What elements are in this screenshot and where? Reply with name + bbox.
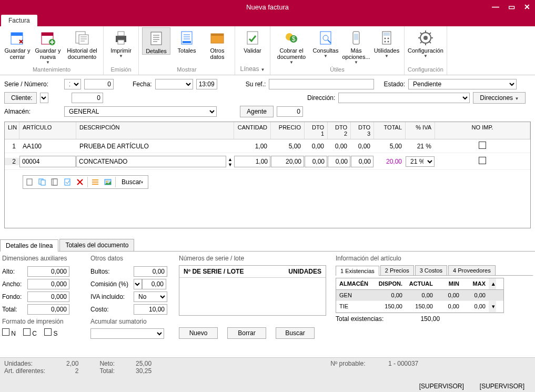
col-iva[interactable]: % IVA	[406, 122, 435, 139]
numero-input[interactable]	[84, 79, 114, 89]
agente-button[interactable]: Agente	[240, 106, 274, 117]
fondo-input[interactable]	[27, 292, 69, 302]
estado-select[interactable]: Pendiente	[408, 79, 517, 89]
scroll-down-icon[interactable]: ▾	[489, 301, 496, 312]
suref-input[interactable]	[269, 79, 374, 89]
tab-totales-doc[interactable]: Totales del documento	[59, 239, 134, 251]
desc-input[interactable]	[76, 156, 226, 167]
tab-precios[interactable]: 2 Precios	[380, 265, 414, 275]
col-desc[interactable]: DESCRIPCIÓN	[76, 122, 234, 139]
scroll-up-icon[interactable]: ▴	[489, 278, 496, 289]
dto2-input[interactable]	[328, 156, 350, 167]
bultos-input[interactable]	[134, 266, 167, 277]
svg-rect-24	[383, 33, 390, 36]
tab-factura[interactable]: Factura	[1, 15, 37, 26]
fecha-select[interactable]	[155, 79, 193, 89]
nuevo-button[interactable]: Nuevo	[179, 327, 218, 339]
serie-select[interactable]: 1	[64, 79, 81, 89]
duplicate-icon[interactable]	[49, 176, 60, 188]
costo-input[interactable]	[134, 304, 167, 315]
direccion-select[interactable]	[338, 93, 470, 103]
consultas-button[interactable]: Consultas ▼	[311, 27, 340, 58]
art-input[interactable]	[19, 156, 76, 167]
utilidades-button[interactable]: Utilidades ▼	[372, 27, 401, 58]
detalles-button[interactable]: Detalles	[142, 27, 170, 55]
iva-select[interactable]: 21 %	[406, 156, 435, 167]
cant-input[interactable]	[234, 156, 270, 167]
phone-icon	[348, 29, 365, 46]
n-checkbox[interactable]	[2, 328, 9, 336]
tab-detalles-linea[interactable]: Detalles de línea	[0, 239, 58, 252]
iva-incluido-select[interactable]: No	[134, 292, 167, 302]
guardar-nueva-button[interactable]: Guardar y nueva ▼	[34, 27, 62, 65]
table-row[interactable]: 2 ▲▼ 20,00 21 %	[5, 153, 530, 170]
col-lin[interactable]: LIN	[5, 122, 19, 139]
s-checkbox[interactable]	[44, 328, 52, 336]
col-noimp[interactable]: NO IMP.	[435, 122, 530, 139]
printer-icon	[113, 29, 129, 46]
agente-input[interactable]	[277, 106, 303, 117]
dto1-input[interactable]	[305, 156, 327, 167]
svg-point-25	[385, 38, 386, 39]
acumular-select[interactable]	[90, 328, 164, 339]
borrar-button[interactable]: Borrar	[227, 327, 266, 339]
chevron-down-icon: ▼	[324, 54, 328, 58]
maximize-button[interactable]: ▭	[503, 0, 519, 14]
delete-icon[interactable]	[74, 176, 86, 188]
list-icon[interactable]	[89, 176, 101, 188]
ribbon: Guardar y cerrar Guardar y nueva ▼ Histo…	[0, 26, 535, 75]
copy-icon[interactable]	[36, 176, 48, 188]
chevron-down-icon: ▼	[119, 54, 123, 58]
hora-input[interactable]	[196, 79, 217, 89]
comision-dd[interactable]	[134, 279, 142, 289]
tab-costos[interactable]: 3 Costos	[415, 265, 447, 275]
stock-row[interactable]: TIE 150,00 150,00 0,00 0,00 ▾	[336, 301, 503, 313]
col-dto2[interactable]: DTO 2	[328, 122, 351, 139]
new-line-icon[interactable]	[24, 176, 35, 188]
totales-button[interactable]: Totales	[173, 27, 201, 54]
svg-point-26	[388, 38, 389, 39]
svg-text:$: $	[292, 35, 296, 43]
alto-input[interactable]	[27, 266, 69, 277]
table-row[interactable]: 1 AA100 PRUEBA DE ARTÍCULO 1,00 5,00 0,0…	[5, 139, 530, 153]
cobrar-button[interactable]: $ Cobrar el documento ▼	[274, 27, 309, 65]
buscar-serial-button[interactable]: Buscar	[276, 327, 315, 339]
almacen-select[interactable]: GENERAL	[64, 106, 217, 117]
minimize-button[interactable]: ―	[488, 0, 503, 14]
col-dto3[interactable]: DTO 3	[351, 122, 374, 139]
cliente-button[interactable]: Cliente:	[4, 92, 37, 104]
col-total[interactable]: TOTAL	[374, 122, 406, 139]
buscar-button[interactable]: Buscar ▾	[117, 176, 147, 188]
cliente-dropdown[interactable]	[40, 93, 48, 103]
dto3-input[interactable]	[351, 156, 374, 167]
image-icon[interactable]	[102, 176, 114, 188]
c-checkbox[interactable]	[23, 328, 31, 336]
precio-input[interactable]	[271, 156, 304, 167]
dim-total-input[interactable]	[27, 304, 69, 315]
col-art[interactable]: ARTÍCULO	[19, 122, 76, 139]
status-user-1: [SUPERVISOR]	[419, 383, 464, 390]
noimp-checkbox[interactable]	[479, 157, 486, 164]
tab-existencias[interactable]: 1 Existencias	[336, 266, 379, 276]
noimp-checkbox[interactable]	[479, 142, 486, 149]
guardar-cerrar-button[interactable]: Guardar y cerrar	[3, 27, 32, 60]
ancho-input[interactable]	[27, 279, 69, 289]
tab-proveedores[interactable]: 4 Proveedores	[448, 265, 496, 275]
cliente-input[interactable]	[72, 93, 103, 103]
mas-opciones-button[interactable]: Más opciones... ▼	[342, 27, 370, 65]
col-precio[interactable]: PRECIO	[271, 122, 305, 139]
direcciones-button[interactable]: Direcciones ▼	[473, 92, 526, 104]
col-cant[interactable]: CANTIDAD	[234, 122, 271, 139]
col-dto1[interactable]: DTO 1	[305, 122, 328, 139]
imprimir-button[interactable]: Imprimir ▼	[107, 27, 135, 58]
otros-datos-button[interactable]: Otros datos	[203, 27, 231, 60]
close-button[interactable]: ✕	[519, 0, 535, 14]
stock-row[interactable]: GEN 0,00 0,00 0,00 0,00	[336, 290, 503, 301]
suref-label: Su ref.:	[246, 81, 266, 88]
tab-strip: Factura	[0, 14, 535, 26]
paste-icon[interactable]	[62, 176, 73, 188]
historial-button[interactable]: Historial del documento	[64, 27, 100, 60]
validar-button[interactable]: Validar	[238, 27, 267, 54]
comision-input[interactable]	[142, 279, 166, 289]
configuracion-button[interactable]: Configuración ▼	[408, 27, 443, 58]
